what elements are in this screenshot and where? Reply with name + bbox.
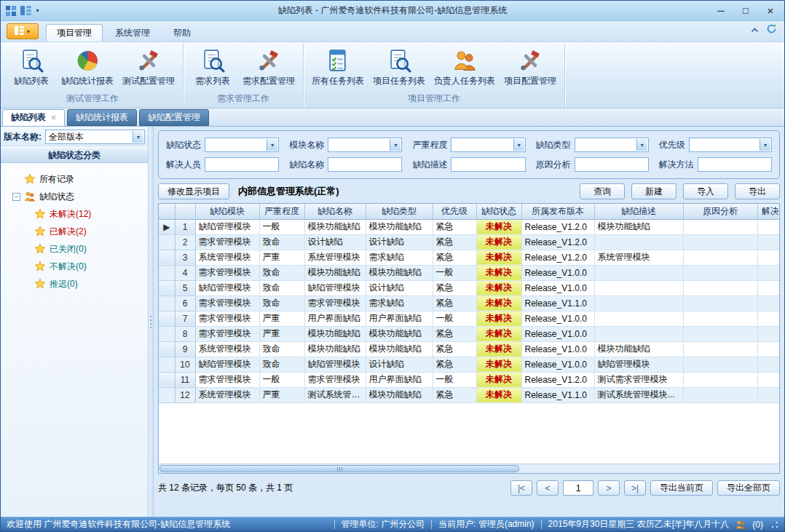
cell-desc[interactable] bbox=[594, 326, 683, 341]
cell-analysis[interactable] bbox=[683, 387, 757, 402]
cell-name[interactable]: 测试系统管理... bbox=[304, 387, 366, 402]
ribbon-button[interactable]: 负责人任务列表 bbox=[430, 46, 500, 90]
ribbon-tab-2[interactable]: 帮助 bbox=[162, 24, 202, 41]
row-indicator[interactable] bbox=[159, 326, 175, 341]
cell-type[interactable]: 需求缺陷 bbox=[366, 295, 433, 311]
column-header[interactable]: 缺陷描述 bbox=[594, 204, 683, 219]
cell-status[interactable]: 未解决 bbox=[476, 234, 521, 250]
cell-status[interactable]: 未解决 bbox=[476, 372, 521, 387]
cell-status[interactable]: 未解决 bbox=[476, 265, 521, 280]
cell-severity[interactable]: 严重 bbox=[259, 326, 304, 341]
cell-desc[interactable] bbox=[594, 265, 683, 280]
cell-status[interactable]: 未解决 bbox=[476, 387, 521, 402]
quick-access-icon[interactable] bbox=[20, 6, 31, 15]
cell-desc[interactable] bbox=[594, 280, 683, 295]
cell-module[interactable]: 缺陷管理模块 bbox=[195, 219, 259, 234]
row-indicator[interactable] bbox=[159, 341, 175, 357]
ribbon-tab-1[interactable]: 系统管理 bbox=[104, 24, 161, 41]
filter-input-field[interactable] bbox=[451, 158, 524, 171]
cell-name[interactable]: 缺陷管理模块 bbox=[304, 280, 366, 295]
close-button[interactable]: × bbox=[758, 2, 783, 20]
row-indicator[interactable] bbox=[159, 234, 175, 250]
cell-priority[interactable]: 紧急 bbox=[433, 295, 476, 311]
column-header[interactable]: 原因分析 bbox=[683, 204, 757, 219]
table-row[interactable]: 11需求管理模块一般需求管理模块用户界面缺陷一般未解决Release_V1.2.… bbox=[159, 372, 779, 387]
cell-desc[interactable]: 模块功能缺陷 bbox=[594, 341, 683, 357]
table-row[interactable]: 10缺陷管理模块致命缺陷管理模块设计缺陷紧急未解决Release_V1.0.0缺… bbox=[159, 357, 779, 372]
cell-version[interactable]: Release_V1.0.0 bbox=[521, 357, 594, 372]
row-number[interactable]: 8 bbox=[175, 326, 195, 341]
cell-priority[interactable]: 紧急 bbox=[433, 341, 476, 357]
cell-desc[interactable]: 测试需求管理模块 bbox=[594, 372, 683, 387]
row-number[interactable]: 7 bbox=[175, 311, 195, 326]
app-menu-button[interactable]: ▼ bbox=[7, 23, 39, 39]
cell-solution[interactable] bbox=[757, 280, 779, 295]
ribbon-button[interactable]: 需求列表 bbox=[187, 46, 238, 90]
filter-input-field[interactable] bbox=[698, 158, 771, 171]
filter-input[interactable] bbox=[205, 157, 279, 172]
export-current-page-button[interactable]: 导出当前页 bbox=[650, 480, 713, 496]
cell-analysis[interactable] bbox=[683, 341, 757, 357]
filter-input-field[interactable] bbox=[575, 158, 648, 171]
tree-node[interactable]: 不解决(0) bbox=[4, 258, 145, 275]
tree-node[interactable]: 所有记录 bbox=[4, 170, 145, 188]
filter-input[interactable] bbox=[328, 157, 402, 172]
row-indicator[interactable] bbox=[159, 265, 175, 280]
cell-module[interactable]: 系统管理模块 bbox=[195, 341, 259, 357]
quick-access-dropdown-icon[interactable]: ▼ bbox=[35, 8, 40, 13]
column-header[interactable]: 缺陷状态 bbox=[476, 204, 521, 219]
collapse-ribbon-icon[interactable] bbox=[751, 25, 759, 35]
table-row[interactable]: 12系统管理模块严重测试系统管理...模块功能缺陷紧急未解决Release_V1… bbox=[159, 387, 779, 402]
cell-module[interactable]: 缺陷管理模块 bbox=[195, 357, 259, 372]
row-indicator[interactable]: ▶ bbox=[159, 219, 175, 234]
cell-name[interactable]: 模块功能缺陷 bbox=[304, 326, 366, 341]
cell-severity[interactable]: 致命 bbox=[259, 295, 304, 311]
row-number[interactable]: 4 bbox=[175, 265, 195, 280]
document-tab[interactable]: 缺陷配置管理 bbox=[139, 109, 209, 126]
cell-type[interactable]: 设计缺陷 bbox=[366, 234, 433, 250]
cell-module[interactable]: 需求管理模块 bbox=[195, 372, 259, 387]
cell-module[interactable]: 系统管理模块 bbox=[195, 387, 259, 402]
tree-node[interactable]: 已关闭(0) bbox=[4, 240, 145, 258]
dropdown-arrow-icon[interactable]: ▼ bbox=[133, 131, 143, 143]
cell-severity[interactable]: 严重 bbox=[259, 311, 304, 326]
table-row[interactable]: 3系统管理模块严重系统管理模块需求缺陷紧急未解决Release_V1.2.0系统… bbox=[159, 250, 779, 265]
cell-name[interactable]: 系统管理模块 bbox=[304, 250, 366, 265]
modify-display-columns-button[interactable]: 修改显示项目 bbox=[158, 183, 229, 199]
cell-analysis[interactable] bbox=[683, 311, 757, 326]
cell-status[interactable]: 未解决 bbox=[476, 295, 521, 311]
row-indicator[interactable] bbox=[159, 372, 175, 387]
cell-version[interactable]: Release_V1.0.0 bbox=[521, 280, 594, 295]
dropdown-arrow-icon[interactable]: ▼ bbox=[636, 139, 647, 151]
cell-type[interactable]: 模块功能缺陷 bbox=[366, 387, 433, 402]
table-row[interactable]: 6需求管理模块致命需求管理模块需求缺陷紧急未解决Release_V1.1.0 bbox=[159, 295, 779, 311]
cell-module[interactable]: 缺陷管理模块 bbox=[195, 280, 259, 295]
table-row[interactable]: 4需求管理模块致命模块功能缺陷模块功能缺陷一般未解决Release_V1.0.0 bbox=[159, 265, 779, 280]
dropdown-arrow-icon[interactable]: ▼ bbox=[513, 139, 524, 151]
table-row[interactable]: ▶1缺陷管理模块一般模块功能缺陷模块功能缺陷紧急未解决Release_V1.2.… bbox=[159, 219, 779, 234]
cell-analysis[interactable] bbox=[683, 326, 757, 341]
row-indicator[interactable] bbox=[159, 295, 175, 311]
cell-name[interactable]: 用户界面缺陷 bbox=[304, 311, 366, 326]
cell-type[interactable]: 需求缺陷 bbox=[366, 250, 433, 265]
cell-solution[interactable] bbox=[757, 341, 779, 357]
close-tab-icon[interactable]: × bbox=[51, 113, 56, 123]
cell-module[interactable]: 需求管理模块 bbox=[195, 326, 259, 341]
filter-input[interactable] bbox=[698, 157, 772, 172]
ribbon-tab-0[interactable]: 项目管理 bbox=[46, 24, 103, 41]
cell-solution[interactable] bbox=[757, 387, 779, 402]
cell-module[interactable]: 系统管理模块 bbox=[195, 250, 259, 265]
cell-analysis[interactable] bbox=[683, 250, 757, 265]
filter-select[interactable]: ▼ bbox=[575, 138, 649, 152]
cell-status[interactable]: 未解决 bbox=[476, 357, 521, 372]
cell-solution[interactable] bbox=[757, 250, 779, 265]
cell-name[interactable]: 缺陷管理模块 bbox=[304, 357, 366, 372]
action-button-2[interactable]: 导入 bbox=[683, 183, 728, 199]
table-row[interactable]: 2需求管理模块致命设计缺陷设计缺陷紧急未解决Release_V1.2.0 bbox=[159, 234, 779, 250]
table-row[interactable]: 8需求管理模块严重模块功能缺陷模块功能缺陷紧急未解决Release_V1.0.0 bbox=[159, 326, 779, 341]
cell-desc[interactable] bbox=[594, 311, 683, 326]
cell-solution[interactable] bbox=[757, 219, 779, 234]
horizontal-scrollbar[interactable] bbox=[159, 464, 779, 473]
document-tab[interactable]: 缺陷统计报表 bbox=[67, 109, 137, 126]
prev-page-button[interactable]: < bbox=[537, 480, 559, 496]
